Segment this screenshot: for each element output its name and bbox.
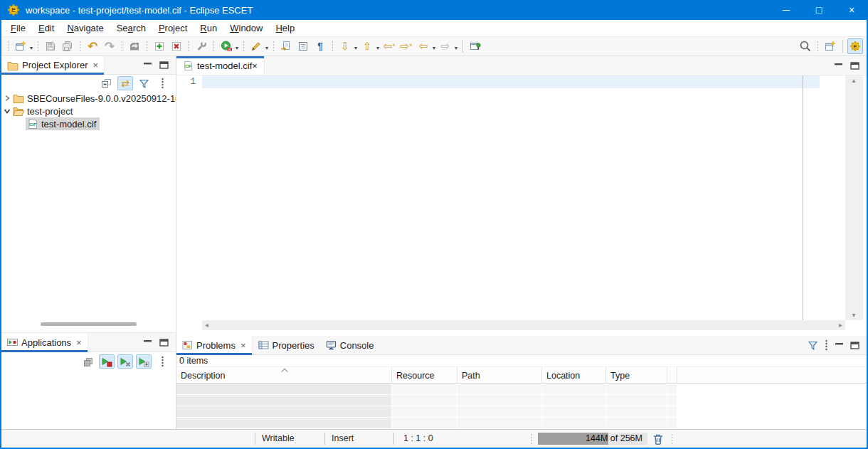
add-button[interactable] bbox=[152, 38, 167, 54]
tree-item-test-model-cif[interactable]: test-model.cif bbox=[1, 117, 176, 130]
forward-dropdown[interactable]: ▾ bbox=[455, 45, 457, 51]
scroll-up-icon[interactable]: ▴ bbox=[852, 77, 855, 84]
pen-dropdown[interactable]: ▾ bbox=[265, 45, 268, 51]
chevron-right-icon[interactable] bbox=[1, 94, 13, 102]
pen-button[interactable] bbox=[248, 38, 264, 54]
minimize-view-icon[interactable] bbox=[835, 342, 844, 349]
new-wizard-button[interactable] bbox=[13, 38, 28, 54]
run-check-dropdown[interactable]: ▾ bbox=[235, 45, 238, 51]
save-button[interactable] bbox=[43, 38, 58, 54]
menu-file[interactable]: File bbox=[4, 21, 32, 35]
column-header-resource[interactable]: Resource bbox=[392, 367, 457, 383]
tab-problems[interactable]: Problems × bbox=[176, 336, 253, 354]
run-check-button[interactable] bbox=[218, 38, 234, 54]
statusbar-grip[interactable] bbox=[670, 433, 674, 445]
close-editor-icon[interactable]: × bbox=[252, 60, 258, 71]
column-header-type[interactable]: Type bbox=[606, 367, 667, 383]
editor-horizontal-scrollbar[interactable]: ◂ ▸ bbox=[176, 320, 867, 332]
delete-button[interactable] bbox=[169, 38, 184, 54]
previous-annotation-button[interactable]: ⇧ bbox=[359, 38, 375, 54]
terminate-all-button[interactable] bbox=[99, 354, 115, 369]
search-button[interactable] bbox=[798, 38, 813, 54]
outline-button[interactable] bbox=[295, 38, 311, 54]
remove-terminated-button[interactable] bbox=[117, 354, 133, 369]
collapse-all-button[interactable] bbox=[99, 76, 115, 90]
link-with-editor-toggle[interactable]: ⇄ bbox=[117, 76, 133, 90]
selected-tree-item[interactable]: test-model.cif bbox=[26, 117, 100, 130]
cascade-windows-button[interactable] bbox=[80, 354, 96, 369]
menu-edit[interactable]: Edit bbox=[32, 21, 60, 35]
run-garbage-collector-button[interactable] bbox=[652, 433, 665, 448]
menu-project[interactable]: Project bbox=[152, 21, 194, 35]
minimize-view-icon[interactable] bbox=[834, 62, 843, 70]
maximize-view-icon[interactable] bbox=[850, 62, 859, 70]
close-tab-icon[interactable]: × bbox=[76, 337, 82, 348]
column-header-location[interactable]: Location bbox=[542, 367, 606, 383]
scroll-left-icon[interactable]: ◂ bbox=[205, 322, 208, 329]
next-edit-location-button[interactable]: ⇨* bbox=[398, 38, 414, 54]
pin-editor-button[interactable] bbox=[467, 38, 483, 54]
forward-button[interactable]: ⇨ bbox=[438, 38, 453, 54]
table-row[interactable] bbox=[176, 418, 867, 429]
table-row[interactable] bbox=[176, 406, 867, 418]
chevron-down-icon[interactable] bbox=[1, 107, 13, 115]
explorer-horizontal-scrollbar[interactable] bbox=[41, 322, 137, 326]
view-menu-dots-icon[interactable] bbox=[825, 339, 828, 351]
open-perspective-button[interactable] bbox=[822, 38, 838, 54]
tab-project-explorer[interactable]: Project Explorer × bbox=[1, 56, 105, 74]
new-wizard-dropdown[interactable]: ▾ bbox=[30, 45, 33, 51]
import-button[interactable] bbox=[127, 38, 142, 54]
previous-annotation-dropdown[interactable]: ▾ bbox=[376, 45, 379, 51]
tab-properties[interactable]: Properties bbox=[253, 336, 320, 354]
scroll-down-icon[interactable]: ▾ bbox=[852, 312, 855, 319]
filter-button[interactable] bbox=[136, 76, 152, 90]
close-window-button[interactable]: × bbox=[835, 0, 868, 20]
maximize-window-button[interactable]: □ bbox=[803, 0, 835, 20]
tree-item-test-project[interactable]: test-project bbox=[1, 105, 176, 117]
back-button[interactable]: ⇦ bbox=[416, 38, 431, 54]
close-tab-icon[interactable]: × bbox=[240, 340, 246, 351]
toolbar-grip bbox=[36, 41, 40, 52]
last-edit-location-button[interactable]: ⇦* bbox=[381, 38, 397, 54]
table-row[interactable] bbox=[176, 384, 867, 395]
tree-item-label: SBECourseFiles-9.0.0.v20250912-16241 bbox=[27, 93, 176, 104]
show-whitespace-button[interactable]: ¶ bbox=[312, 38, 328, 54]
column-header-path[interactable]: Path bbox=[457, 367, 542, 383]
minimize-view-icon[interactable] bbox=[143, 339, 152, 347]
auto-expand-button[interactable] bbox=[136, 354, 152, 369]
column-header-description[interactable]: Description bbox=[176, 367, 392, 383]
tree-item-sbecoursefiles[interactable]: SBECourseFiles-9.0.0.v20250912-16241 bbox=[1, 92, 176, 105]
redo-button[interactable]: ↷ bbox=[102, 38, 117, 54]
link-with-editor-button[interactable] bbox=[278, 38, 294, 54]
escet-perspective-button[interactable] bbox=[847, 38, 863, 54]
next-annotation-button[interactable]: ⇩ bbox=[337, 38, 353, 54]
editor-vertical-scrollbar[interactable]: ▴ ▾ bbox=[845, 75, 862, 320]
maximize-view-icon[interactable] bbox=[850, 342, 859, 349]
maximize-view-icon[interactable] bbox=[159, 339, 169, 347]
back-dropdown[interactable]: ▾ bbox=[433, 45, 435, 51]
minimize-window-button[interactable]: ─ bbox=[770, 0, 803, 20]
tab-applications[interactable]: Applications × bbox=[1, 333, 88, 352]
menu-help[interactable]: Help bbox=[269, 21, 301, 35]
menu-run[interactable]: Run bbox=[194, 21, 223, 35]
editor-content[interactable]: 1 ▴ ▾ bbox=[176, 75, 867, 320]
view-menu-button[interactable] bbox=[154, 76, 170, 90]
close-tab-icon[interactable]: × bbox=[92, 60, 98, 70]
menu-window[interactable]: Window bbox=[223, 21, 269, 35]
menu-navigate[interactable]: Navigate bbox=[60, 21, 110, 35]
table-row[interactable] bbox=[176, 395, 867, 406]
minimize-view-icon[interactable] bbox=[143, 61, 152, 69]
statusbar-grip[interactable] bbox=[530, 433, 534, 445]
scroll-right-icon[interactable]: ▸ bbox=[839, 322, 842, 329]
next-annotation-dropdown[interactable]: ▾ bbox=[354, 45, 357, 51]
scrollbar-track[interactable]: ◂ ▸ bbox=[202, 320, 845, 330]
maximize-view-icon[interactable] bbox=[159, 61, 169, 69]
undo-button[interactable]: ↶ bbox=[85, 38, 100, 54]
view-menu-button[interactable] bbox=[154, 354, 170, 369]
filter-funnel-icon[interactable] bbox=[808, 340, 818, 351]
menu-search[interactable]: Search bbox=[110, 21, 152, 35]
wrench-button[interactable] bbox=[194, 38, 209, 54]
save-all-button[interactable] bbox=[60, 38, 75, 54]
tab-test-model-cif[interactable]: test-model.cif × bbox=[176, 56, 265, 75]
tab-console[interactable]: Console bbox=[320, 336, 380, 354]
